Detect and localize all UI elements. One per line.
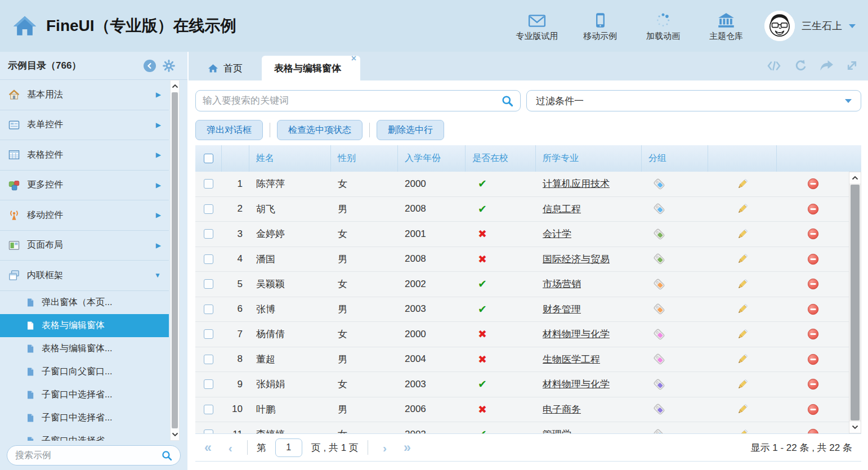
toolbar-button-1[interactable]: 检查选中项状态 — [277, 120, 363, 140]
delete-icon[interactable] — [807, 278, 819, 290]
scroll-up-icon[interactable] — [849, 172, 861, 183]
delete-icon[interactable] — [807, 303, 819, 315]
delete-icon[interactable] — [807, 253, 819, 265]
sidebar-item-2[interactable]: 表格与编辑窗体... — [0, 337, 169, 360]
table-row[interactable]: 2 胡飞 男 2008 ✔ 信息工程 — [195, 197, 849, 222]
sidebar-item-4[interactable]: 子窗口中选择省... — [0, 383, 169, 406]
nav-item-0[interactable]: 专业版试用 — [516, 10, 558, 42]
major-link[interactable]: 材料物理与化学 — [543, 378, 610, 391]
edit-pencil-icon[interactable] — [736, 353, 749, 365]
scroll-down-icon[interactable] — [849, 422, 861, 433]
sidebar-item-5[interactable]: 子窗口中选择省... — [0, 406, 169, 429]
nav-item-1[interactable]: 移动示例 — [579, 10, 621, 42]
major-link[interactable]: 材料物理与化学 — [543, 328, 610, 341]
sidebar-collapse-button[interactable] — [144, 60, 156, 72]
sidebar-group-2[interactable]: 表格控件 ▶ — [0, 140, 169, 171]
sidebar-group-1[interactable]: 表单控件 ▶ — [0, 110, 169, 141]
prev-page-button[interactable]: ‹ — [229, 442, 232, 454]
user-menu[interactable]: 三生石上 — [764, 11, 856, 41]
edit-pencil-icon[interactable] — [736, 278, 749, 290]
filter-dropdown[interactable]: 过滤条件一 — [526, 90, 861, 111]
sidebar-group-0[interactable]: 基本用法 ▶ — [0, 80, 169, 110]
grid-scrollbar[interactable] — [849, 172, 861, 433]
sidebar-group-3[interactable]: 更多控件 ▶ — [0, 171, 169, 201]
search-icon[interactable] — [162, 450, 172, 461]
table-row[interactable]: 11 李婷婷 女 2002 ✔ 管理学 — [195, 422, 849, 433]
edit-pencil-icon[interactable] — [736, 428, 749, 433]
edit-pencil-icon[interactable] — [736, 403, 749, 415]
row-checkbox[interactable] — [204, 355, 213, 364]
major-link[interactable]: 管理学 — [543, 428, 571, 433]
row-checkbox[interactable] — [204, 305, 213, 314]
tab-close-icon[interactable]: × — [351, 53, 356, 64]
row-checkbox[interactable] — [204, 379, 213, 389]
sidebar-group-6[interactable]: 内联框架 ▼ — [0, 261, 169, 291]
grid-scrollbar-thumb[interactable] — [851, 185, 860, 420]
sidebar-scrollbar[interactable] — [170, 80, 180, 441]
tab-1[interactable]: 表格与编辑窗体 × — [262, 56, 360, 80]
table-row[interactable]: 1 陈萍萍 女 2000 ✔ 计算机应用技术 — [195, 172, 849, 197]
major-link[interactable]: 财务管理 — [543, 303, 581, 316]
delete-icon[interactable] — [807, 203, 819, 215]
nav-item-3[interactable]: 主题仓库 — [705, 10, 748, 42]
delete-icon[interactable] — [807, 378, 819, 390]
sidebar-gear-icon[interactable] — [163, 60, 175, 72]
first-page-button[interactable]: « — [204, 441, 212, 454]
keyword-search-input[interactable] — [203, 95, 497, 106]
sidebar-scrollbar-thumb[interactable] — [172, 92, 178, 428]
sidebar-item-0[interactable]: 弹出窗体（本页... — [0, 291, 169, 314]
delete-icon[interactable] — [807, 228, 819, 240]
sidebar-group-5[interactable]: 页面布局 ▶ — [0, 231, 169, 261]
edit-pencil-icon[interactable] — [736, 178, 749, 190]
edit-pencil-icon[interactable] — [736, 228, 749, 240]
sidebar-item-6[interactable]: 子窗口中选择省 — [0, 429, 169, 441]
row-checkbox[interactable] — [204, 279, 213, 289]
next-page-button[interactable]: › — [383, 442, 387, 454]
select-all-checkbox[interactable] — [204, 154, 213, 163]
major-link[interactable]: 会计学 — [543, 227, 571, 240]
delete-icon[interactable] — [807, 428, 819, 433]
toolbar-button-0[interactable]: 弹出对话框 — [195, 120, 263, 140]
row-checkbox[interactable] — [204, 179, 213, 189]
delete-icon[interactable] — [807, 404, 819, 415]
edit-pencil-icon[interactable] — [736, 378, 749, 391]
avatar[interactable] — [764, 11, 795, 41]
sidebar-item-3[interactable]: 子窗口向父窗口... — [0, 360, 169, 383]
table-row[interactable]: 8 董超 男 2004 ✖ 生物医学工程 — [195, 347, 849, 373]
refresh-icon[interactable] — [794, 59, 807, 72]
row-checkbox[interactable] — [204, 204, 213, 214]
row-checkbox[interactable] — [204, 405, 213, 414]
last-page-button[interactable]: » — [404, 441, 411, 454]
table-row[interactable]: 10 叶鹏 男 2006 ✖ 电子商务 — [195, 397, 849, 423]
edit-pencil-icon[interactable] — [736, 303, 749, 315]
delete-icon[interactable] — [807, 353, 819, 365]
row-checkbox[interactable] — [204, 329, 213, 339]
scroll-up-icon[interactable] — [171, 80, 179, 92]
fullscreen-icon[interactable] — [846, 60, 858, 71]
page-number-input[interactable] — [275, 438, 302, 457]
toolbar-button-2[interactable]: 删除选中行 — [377, 120, 444, 140]
delete-icon[interactable] — [807, 328, 819, 340]
major-link[interactable]: 信息工程 — [543, 203, 581, 216]
major-link[interactable]: 国际经济与贸易 — [543, 253, 610, 266]
row-checkbox[interactable] — [204, 254, 213, 264]
sidebar-group-4[interactable]: 移动控件 ▶ — [0, 200, 169, 231]
table-row[interactable]: 4 潘国 男 2008 ✖ 国际经济与贸易 — [195, 247, 849, 272]
sidebar-item-1[interactable]: 表格与编辑窗体 — [0, 314, 169, 337]
table-row[interactable]: 9 张娟娟 女 2003 ✔ 材料物理与化学 — [195, 372, 849, 397]
edit-pencil-icon[interactable] — [736, 328, 749, 341]
nav-item-2[interactable]: 加载动画 — [642, 10, 684, 42]
delete-icon[interactable] — [807, 178, 819, 190]
major-link[interactable]: 生物医学工程 — [543, 353, 600, 366]
table-row[interactable]: 6 张博 男 2003 ✔ 财务管理 — [195, 297, 849, 323]
share-icon[interactable] — [820, 60, 834, 71]
row-checkbox[interactable] — [204, 429, 213, 433]
table-row[interactable]: 7 杨倩倩 女 2000 ✖ 材料物理与化学 — [195, 322, 849, 347]
row-checkbox[interactable] — [204, 229, 213, 239]
major-link[interactable]: 电子商务 — [543, 403, 581, 416]
major-link[interactable]: 市场营销 — [543, 277, 581, 290]
table-row[interactable]: 3 金婷婷 女 2001 ✖ 会计学 — [195, 222, 849, 247]
edit-pencil-icon[interactable] — [736, 203, 749, 215]
view-source-icon[interactable] — [766, 60, 782, 71]
table-row[interactable]: 5 吴颖颖 女 2002 ✔ 市场营销 — [195, 272, 849, 297]
